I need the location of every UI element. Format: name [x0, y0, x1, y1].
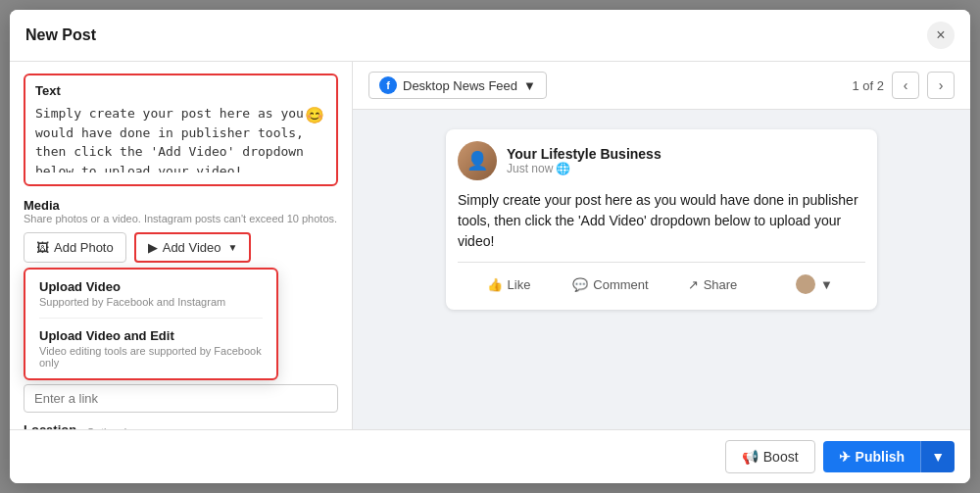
chevron-down-icon: ▼ — [227, 242, 237, 253]
media-sublabel: Share photos or a video. Instagram posts… — [24, 213, 338, 224]
like-label: Like — [508, 277, 531, 292]
post-time: Just now 🌐 — [507, 162, 865, 175]
post-actions: 👍 Like 💬 Comment ↗ Share — [458, 262, 865, 298]
modal-header: New Post × — [10, 10, 970, 62]
post-author: Your Lifestyle Business — [507, 146, 865, 162]
publish-label: Publish — [856, 449, 906, 465]
right-panel: f Desktop News Feed ▼ 1 of 2 ‹ › — [353, 62, 970, 429]
avatar-image: 👤 — [458, 141, 497, 180]
location-label: Location — [24, 422, 76, 429]
text-area-container: Simply create your post here as you woul… — [35, 104, 326, 176]
link-preview-input[interactable] — [24, 384, 338, 413]
media-buttons: 🖼 Add Photo ▶ Add Video ▼ Upload Video — [24, 232, 338, 263]
upload-video-edit-title: Upload Video and Edit — [39, 328, 263, 343]
publish-chevron-icon: ▼ — [931, 449, 945, 465]
text-section-label: Text — [35, 83, 326, 98]
feed-selector-label: Desktop News Feed — [403, 78, 517, 93]
like-button[interactable]: 👍 Like — [458, 271, 560, 298]
share-button[interactable]: ↗ Share — [662, 271, 763, 298]
location-label-row: Location · Optional — [24, 422, 338, 429]
emoji-button[interactable]: 😊 — [305, 106, 324, 124]
modal-footer: 📢 Boost ✈ Publish ▼ — [10, 429, 970, 483]
add-video-label: Add Video — [163, 240, 221, 255]
publish-group: ✈ Publish ▼ — [823, 441, 955, 472]
share-icon: ↗ — [688, 277, 699, 292]
media-section: Media Share photos or a video. Instagram… — [24, 198, 338, 263]
dropdown-icon: ▼ — [820, 277, 833, 292]
modal: New Post × Text Simply create your post … — [10, 10, 970, 483]
like-icon: 👍 — [487, 277, 503, 292]
avatar-small — [796, 274, 815, 294]
close-button[interactable]: × — [927, 22, 955, 49]
next-page-button[interactable]: › — [927, 72, 955, 99]
add-video-dropdown: Upload Video Supported by Facebook and I… — [24, 268, 278, 380]
post-time-text: Just now — [507, 162, 553, 175]
media-label: Media — [24, 198, 338, 213]
photo-icon: 🖼 — [36, 240, 49, 255]
location-section: Location · Optional — [24, 422, 338, 429]
publish-dropdown-button[interactable]: ▼ — [920, 441, 955, 472]
modal-overlay: New Post × Text Simply create your post … — [0, 0, 980, 493]
preview-content: 👤 Your Lifestyle Business Just now 🌐 Sim… — [353, 110, 970, 429]
location-optional: · Optional — [80, 426, 126, 430]
facebook-icon: f — [379, 76, 397, 94]
boost-icon: 📢 — [742, 449, 759, 465]
pagination: 1 of 2 ‹ › — [852, 72, 955, 99]
upload-video-edit-subtitle: Video editing tools are supported by Fac… — [39, 345, 263, 369]
globe-icon: 🌐 — [556, 162, 570, 175]
add-photo-label: Add Photo — [54, 240, 114, 255]
modal-body: Text Simply create your post here as you… — [10, 62, 970, 429]
post-header: 👤 Your Lifestyle Business Just now 🌐 — [458, 141, 865, 180]
prev-page-button[interactable]: ‹ — [892, 72, 919, 99]
video-icon: ▶ — [148, 240, 158, 255]
boost-button[interactable]: 📢 Boost — [725, 440, 815, 473]
comment-button[interactable]: 💬 Comment — [560, 271, 662, 298]
avatar: 👤 — [458, 141, 497, 180]
upload-video-subtitle: Supported by Facebook and Instagram — [39, 296, 263, 308]
upload-video-option[interactable]: Upload Video Supported by Facebook and I… — [25, 270, 276, 318]
upload-video-title: Upload Video — [39, 279, 263, 294]
left-panel: Text Simply create your post here as you… — [10, 62, 353, 429]
add-photo-button[interactable]: 🖼 Add Photo — [24, 232, 126, 263]
comment-icon: 💬 — [572, 277, 588, 292]
pagination-text: 1 of 2 — [852, 78, 884, 93]
feed-selector[interactable]: f Desktop News Feed ▼ — [368, 72, 547, 99]
publish-button[interactable]: ✈ Publish — [823, 441, 921, 472]
comment-label: Comment — [593, 277, 648, 292]
add-video-button[interactable]: ▶ Add Video ▼ — [134, 232, 252, 263]
post-text-input[interactable]: Simply create your post here as you woul… — [35, 104, 326, 173]
share-label: Share — [704, 277, 738, 292]
text-section: Text Simply create your post here as you… — [24, 74, 338, 186]
post-card: 👤 Your Lifestyle Business Just now 🌐 Sim… — [446, 129, 877, 310]
upload-video-edit-option[interactable]: Upload Video and Edit Video editing tool… — [25, 319, 276, 378]
more-button[interactable]: ▼ — [763, 271, 865, 298]
feed-dropdown-icon: ▼ — [523, 78, 536, 93]
preview-toolbar: f Desktop News Feed ▼ 1 of 2 ‹ › — [353, 62, 970, 110]
modal-title: New Post — [25, 26, 96, 44]
post-meta: Your Lifestyle Business Just now 🌐 — [507, 146, 865, 175]
publish-icon: ✈ — [839, 449, 851, 465]
post-preview-text: Simply create your post here as you woul… — [458, 190, 865, 252]
boost-label: Boost — [763, 449, 799, 465]
